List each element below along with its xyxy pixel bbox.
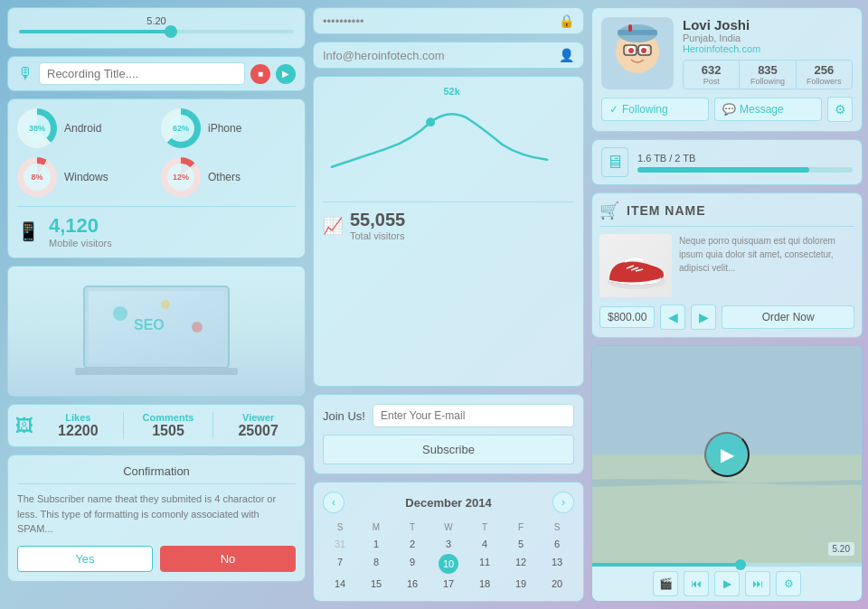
cal-day-12[interactable]: 12 (504, 554, 538, 574)
iphone-label: iPhone (208, 122, 241, 135)
confirmation-text: The Subscriber name theat they submited … (17, 492, 296, 537)
viewer-label: Viewer (219, 412, 297, 423)
svg-point-6 (192, 322, 203, 333)
mobile-visitors: 📱 4,120 Mobile visitors (17, 206, 296, 248)
cal-header-t2: T (467, 520, 502, 534)
storage-text: 1.6 TB / 2 TB (637, 153, 853, 164)
video-progress-thumb[interactable] (735, 559, 746, 570)
following-label: Following (743, 77, 791, 86)
shop-panel: 🛒 ITEM NAME (591, 192, 863, 338)
likes-label: Likes (39, 412, 118, 423)
cal-day-10[interactable]: 10 (439, 554, 458, 574)
subscribe-email-input[interactable] (373, 404, 574, 427)
calendar-prev-button[interactable]: ‹ (323, 492, 344, 513)
rewind-button[interactable]: ⏮ (684, 571, 709, 596)
windows-stat: 8% Windows (17, 157, 152, 197)
profile-top: Lovi Joshi Punjab, India Heroinfotech.co… (601, 17, 853, 89)
cal-day-6[interactable]: 6 (540, 536, 574, 552)
film-button[interactable]: 🎬 (653, 571, 678, 596)
cal-day-8[interactable]: 8 (359, 554, 393, 574)
android-pct: 38% (24, 115, 51, 142)
others-stat: 12% Others (161, 157, 296, 197)
slider-track[interactable] (19, 30, 294, 33)
calendar-title: December 2014 (405, 496, 491, 510)
check-icon: ✓ (609, 103, 618, 116)
following-count: 835 Following (740, 61, 796, 89)
fastforward-button[interactable]: ⏭ (745, 571, 770, 596)
video-play-button[interactable]: ▶ (704, 432, 750, 477)
profile-info: Lovi Joshi Punjab, India Heroinfotech.co… (683, 17, 853, 89)
cal-day-19[interactable]: 19 (504, 576, 538, 592)
svg-point-17 (641, 48, 646, 53)
confirmation-panel: Confirmation The Subscriber name theat t… (7, 454, 306, 582)
video-settings-button[interactable]: ⚙ (776, 571, 801, 596)
post-label: Post (687, 77, 735, 86)
cal-day-11[interactable]: 11 (467, 554, 502, 574)
cal-day-17[interactable]: 17 (431, 576, 466, 592)
calendar-grid: S M T W T F S 31 1 2 3 4 5 6 7 8 9 10 (323, 520, 574, 592)
recording-title-input[interactable] (39, 62, 245, 85)
column-2: 🔒 👤 52k 📈 55,055 Total visitors (313, 7, 584, 602)
yes-button[interactable]: Yes (17, 546, 153, 572)
windows-pct: 8% (24, 164, 51, 191)
chart-numbers: 55,055 Total visitors (350, 210, 405, 241)
chat-icon: 💬 (722, 103, 736, 116)
stats-grid: 38% Android 62% iPhone 8% Windows (17, 108, 296, 197)
email-input[interactable] (323, 49, 559, 62)
cal-header-f: F (504, 520, 538, 534)
iphone-stat: 62% iPhone (161, 108, 296, 148)
message-button[interactable]: 💬 Message (714, 98, 822, 121)
followers-number: 256 (800, 63, 848, 77)
password-input[interactable] (323, 14, 559, 28)
cal-day-7[interactable]: 7 (323, 554, 357, 574)
cal-day-1[interactable]: 1 (359, 536, 393, 552)
laptop-visual: SEO (8, 267, 305, 396)
slider-value: 5.20 (19, 15, 294, 26)
cal-day-18[interactable]: 18 (467, 576, 502, 592)
qty-increase-button[interactable]: ▶ (691, 304, 716, 330)
cal-day-13[interactable]: 13 (540, 554, 574, 574)
followers-count: 256 Followers (797, 61, 852, 89)
social-stats-panel: 🖼 Likes 12200 Comments 1505 Viewer 25007 (7, 404, 306, 447)
cal-day-3[interactable]: 3 (431, 536, 466, 552)
stop-button[interactable]: ■ (250, 64, 270, 84)
storage-fill (637, 167, 809, 173)
cal-header-s2: S (540, 520, 574, 534)
cal-day-14[interactable]: 14 (323, 576, 357, 592)
cal-day-2[interactable]: 2 (395, 536, 429, 552)
no-button[interactable]: No (160, 546, 296, 572)
chart-peak-label: 52k (443, 86, 459, 97)
total-visitors-count: 55,055 (350, 210, 405, 230)
cal-day-15[interactable]: 15 (359, 576, 393, 592)
calendar-next-button[interactable]: › (552, 492, 574, 513)
profile-location: Punjab, India (683, 33, 853, 43)
viewer-stat: Viewer 25007 (219, 412, 297, 439)
cal-day-16[interactable]: 16 (395, 576, 429, 592)
column-3: Lovi Joshi Punjab, India Heroinfotech.co… (591, 7, 863, 602)
shoe-svg (602, 237, 670, 295)
settings-button[interactable]: ⚙ (827, 97, 853, 122)
svg-text:SEO: SEO (134, 317, 165, 333)
cal-day-20[interactable]: 20 (540, 576, 574, 592)
chart-icon: 📈 (323, 216, 343, 236)
order-now-button[interactable]: Order Now (722, 305, 854, 329)
slider-thumb[interactable] (165, 25, 177, 38)
others-label: Others (208, 171, 241, 183)
cal-day-4[interactable]: 4 (467, 536, 502, 552)
cal-day-9[interactable]: 9 (395, 554, 429, 574)
cal-day-5[interactable]: 5 (504, 536, 538, 552)
svg-point-5 (113, 306, 127, 321)
video-time-label: 5.20 (828, 542, 854, 556)
cal-day-31[interactable]: 31 (323, 536, 357, 552)
video-progress-fill (592, 563, 741, 567)
video-play-ctrl-button[interactable]: ▶ (714, 571, 740, 596)
windows-label: Windows (64, 171, 108, 183)
qty-decrease-button[interactable]: ◀ (660, 304, 685, 330)
android-label: Android (64, 122, 101, 135)
line-chart-svg (323, 86, 574, 194)
subscribe-button[interactable]: Subscribe (323, 435, 574, 464)
play-button[interactable]: ▶ (276, 64, 296, 84)
svg-rect-13 (628, 24, 632, 32)
video-progress-bar[interactable] (592, 563, 862, 567)
following-button[interactable]: ✓ Following (601, 98, 709, 121)
